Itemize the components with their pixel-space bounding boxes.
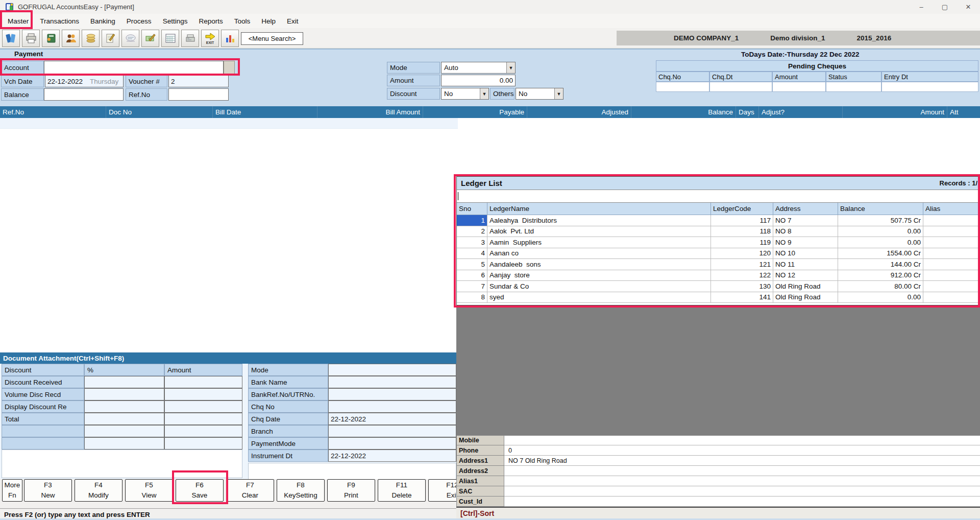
detail-value[interactable]: [328, 388, 456, 400]
cash-register-icon[interactable]: [181, 30, 199, 47]
chart-icon[interactable]: [221, 30, 239, 47]
f3-new-button[interactable]: F3 New: [24, 479, 72, 502]
detail-value[interactable]: [328, 437, 456, 450]
vch-date-input[interactable]: 22-12-2022 Thursday: [45, 75, 124, 87]
doc-attachment-bar[interactable]: Document Attachment(Ctrl+Shift+F8): [0, 352, 456, 364]
more-fn-button[interactable]: More Fn: [2, 479, 22, 502]
account-lookup-cell[interactable]: [224, 61, 235, 74]
note-edit-icon[interactable]: [102, 30, 119, 47]
mode-dropdown[interactable]: Auto ▼: [441, 62, 516, 74]
sort-hint-bar: [Ctrl]-Sort: [456, 507, 980, 519]
menu-transactions[interactable]: Transactions: [34, 15, 85, 28]
menu-tools[interactable]: Tools: [229, 15, 256, 28]
discount-pct-cell[interactable]: [84, 413, 164, 425]
grid-col-docno[interactable]: Doc No: [106, 106, 213, 118]
ledger-col-bal[interactable]: Balance: [838, 203, 923, 215]
menu-reports[interactable]: Reports: [193, 15, 228, 28]
pending-cheques-header: Amount: [772, 72, 826, 82]
chevron-down-icon[interactable]: ▼: [506, 62, 515, 73]
ledger-row[interactable]: 4 Aanan co 120 NO 10 1554.00 Cr: [457, 248, 979, 259]
menu-process[interactable]: Process: [121, 15, 157, 28]
detail-value[interactable]: 22-12-2022: [328, 413, 456, 425]
ledger-col-addr[interactable]: Address: [773, 203, 838, 215]
ledger-col-sno[interactable]: Sno: [457, 203, 487, 215]
menu-master[interactable]: Master: [2, 15, 34, 28]
balance-input[interactable]: [44, 88, 124, 101]
voucher-input[interactable]: 2: [168, 75, 229, 87]
refno-input[interactable]: [168, 88, 229, 101]
voucher-edit-icon[interactable]: [141, 30, 159, 47]
ledger-row[interactable]: 2 Aalok Pvt. Ltd 118 NO 8 0.00: [457, 226, 979, 238]
cash-icon[interactable]: [82, 30, 100, 47]
ledger-col-name[interactable]: LedgerName: [487, 203, 711, 215]
grid-col-amount[interactable]: Amount: [843, 106, 947, 118]
account-input[interactable]: [44, 61, 224, 74]
grid-col-billamount[interactable]: Bill Amount: [317, 106, 423, 118]
discount-dropdown[interactable]: No ▼: [441, 88, 489, 100]
ledger-icon[interactable]: [42, 30, 60, 47]
calendar-icon[interactable]: [161, 30, 179, 47]
discount-amt-cell[interactable]: [164, 400, 242, 413]
ledger-row[interactable]: 1 Aaleahya Distributors 117 NO 7 507.75 …: [457, 215, 979, 226]
discount-pct-cell[interactable]: [84, 425, 164, 437]
menu-settings[interactable]: Settings: [157, 15, 193, 28]
discount-amt-cell[interactable]: [164, 388, 242, 400]
menu-search-box[interactable]: <Menu Search>: [241, 32, 303, 45]
discount-row-label: Volume Disc Recd: [2, 388, 84, 400]
amount-input[interactable]: 0.00: [441, 75, 516, 86]
others-label: Others: [490, 88, 514, 100]
f12-exit-button[interactable]: F12 Exit: [428, 479, 458, 502]
others-dropdown[interactable]: No ▼: [516, 88, 564, 100]
detail-value[interactable]: [328, 425, 456, 437]
grid-col-adjust[interactable]: Adjust?: [759, 106, 843, 118]
detail-value[interactable]: 22-12-2022: [328, 450, 456, 462]
ledger-alias: [923, 248, 979, 259]
printer-icon[interactable]: [22, 30, 40, 47]
menu-exit[interactable]: Exit: [281, 15, 304, 28]
ledger-col-alias[interactable]: Alias: [923, 203, 979, 215]
f4-modify-button[interactable]: F4 Modify: [75, 479, 122, 502]
ledger-row[interactable]: 8 syed 141 Old Ring Road 0.00: [457, 292, 979, 303]
books-icon[interactable]: [2, 30, 20, 47]
discount-pct-cell[interactable]: [84, 437, 164, 450]
detail-value[interactable]: [328, 376, 456, 388]
chevron-down-icon[interactable]: ▼: [554, 88, 563, 99]
f9-print-button[interactable]: F9 Print: [327, 479, 375, 502]
grid-col-refno[interactable]: Ref.No: [0, 106, 106, 118]
f5-view-button[interactable]: F5 View: [125, 479, 173, 502]
grid-col-days[interactable]: Days: [736, 106, 759, 118]
contacts-icon[interactable]: [62, 30, 80, 47]
discount-amt-cell[interactable]: [164, 437, 242, 450]
ledger-row[interactable]: 6 Aanjay store 122 NO 12 912.00 Cr: [457, 270, 979, 281]
ledger-row[interactable]: 3 Aamin Suppliers 119 NO 9 0.00: [457, 237, 979, 248]
ledger-row[interactable]: 5 Aandaleeb sons 121 NO 11 144.00 Cr: [457, 259, 979, 270]
grid-col-balance[interactable]: Balance: [631, 106, 736, 118]
detail-value[interactable]: [328, 400, 456, 413]
discount-pct-cell[interactable]: [84, 388, 164, 400]
f8-keysetting-button[interactable]: F8 KeySetting: [277, 479, 325, 502]
cheque-icon[interactable]: [121, 30, 139, 47]
grid-col-billdate[interactable]: Bill Date: [213, 106, 317, 118]
discount-amt-cell[interactable]: [164, 376, 242, 388]
ledger-search-input[interactable]: [457, 190, 979, 203]
discount-amt-cell[interactable]: [164, 425, 242, 437]
close-button[interactable]: ✕: [957, 0, 980, 14]
f6-save-button[interactable]: F6 Save: [176, 479, 224, 502]
discount-amt-cell[interactable]: [164, 413, 242, 425]
f11-delete-button[interactable]: F11 Delete: [378, 479, 426, 502]
exit-icon[interactable]: EXIT: [201, 30, 219, 47]
detail-value[interactable]: [328, 364, 456, 376]
grid-col-adjusted[interactable]: Adjusted: [527, 106, 631, 118]
grid-col-payable[interactable]: Payable: [423, 106, 527, 118]
menu-help[interactable]: Help: [256, 15, 281, 28]
menu-banking[interactable]: Banking: [85, 15, 121, 28]
f7-clear-button[interactable]: F7 Clear: [226, 479, 274, 502]
discount-pct-cell[interactable]: [84, 376, 164, 388]
ledger-col-code[interactable]: LedgerCode: [711, 203, 773, 215]
chevron-down-icon[interactable]: ▼: [480, 88, 488, 99]
ledger-row[interactable]: 7 Sundar & Co 130 Old Ring Road 80.00 Cr: [457, 281, 979, 292]
grid-col-att[interactable]: Att: [947, 106, 980, 118]
minimize-button[interactable]: –: [910, 0, 933, 14]
discount-pct-cell[interactable]: [84, 400, 164, 413]
maximize-button[interactable]: ▢: [933, 0, 957, 14]
